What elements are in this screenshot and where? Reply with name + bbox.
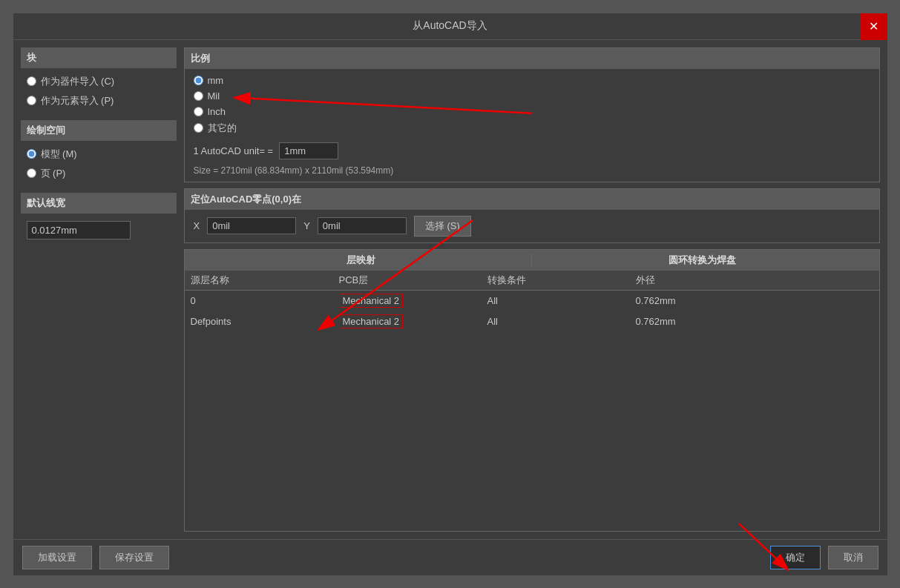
footer: 加载设置 保存设置 确定 取消 xyxy=(13,539,887,575)
col-condition-header: 转换条件 xyxy=(487,274,636,287)
other-option: 其它的 xyxy=(194,122,870,135)
page-radio[interactable] xyxy=(27,168,36,178)
load-settings-button[interactable]: 加载设置 xyxy=(22,546,92,569)
cell-pcb-value: Mechanical 2 xyxy=(339,314,404,328)
cell-outer: 0.762mm xyxy=(636,295,873,306)
cell-outer: 0.762mm xyxy=(636,316,873,327)
origin-header: 定位AutoCAD零点(0,0)在 xyxy=(185,189,879,210)
scale-header: 比例 xyxy=(185,48,879,69)
size-text: Size = 2710mil (68.834mm) x 2110mil (53.… xyxy=(194,165,870,176)
cell-pcb: Mechanical 2 xyxy=(339,314,487,328)
line-width-input[interactable] xyxy=(27,221,131,240)
cell-pcb: Mechanical 2 xyxy=(339,294,487,308)
left-panel: 块 作为器件导入 (C) 作为元素导入 (P) 绘制空间 模型 (M) 页 (P… xyxy=(21,47,177,532)
import-element-label[interactable]: 作为元素导入 (P) xyxy=(41,94,114,108)
select-button[interactable]: 选择 (S) xyxy=(414,216,471,237)
confirm-button[interactable]: 确定 xyxy=(770,546,821,569)
import-as-component-row: 作为器件导入 (C) xyxy=(21,73,177,90)
mm-option: mm xyxy=(194,75,870,86)
line-width-header: 默认线宽 xyxy=(21,193,177,214)
dialog-title: 从AutoCAD导入 xyxy=(413,19,487,33)
other-radio[interactable] xyxy=(194,123,203,133)
layer-header-row: 层映射 圆环转换为焊盘 xyxy=(185,250,879,271)
page-label[interactable]: 页 (P) xyxy=(41,167,66,180)
col-source-header: 源层名称 xyxy=(191,274,339,287)
scale-section: 比例 mm Mil Inch xyxy=(184,47,880,182)
import-component-radio[interactable] xyxy=(27,76,36,86)
page-row: 页 (P) xyxy=(21,165,177,182)
table-header: 源层名称 PCB层 转换条件 外径 xyxy=(185,271,879,291)
scale-body: mm Mil Inch 其它的 1 AutoCAD xyxy=(185,69,879,182)
footer-right: 确定 取消 xyxy=(770,546,878,569)
right-panel: 比例 mm Mil Inch xyxy=(184,47,880,532)
col-outer-header: 外径 xyxy=(636,274,873,287)
x-label: X xyxy=(194,220,200,231)
mil-label[interactable]: Mil xyxy=(208,90,220,102)
col-pcb-header: PCB层 xyxy=(339,274,487,287)
mm-radio[interactable] xyxy=(194,76,203,85)
table-body: 0 Mechanical 2 All 0.762mm Defpoints Mec… xyxy=(185,291,879,332)
block-header: 块 xyxy=(21,47,177,68)
title-bar: 从AutoCAD导入 ✕ xyxy=(13,13,887,40)
origin-section: 定位AutoCAD零点(0,0)在 X Y 选择 (S) xyxy=(184,188,880,243)
footer-left: 加载设置 保存设置 xyxy=(22,546,169,569)
inch-radio[interactable] xyxy=(194,107,203,116)
import-component-label[interactable]: 作为器件导入 (C) xyxy=(41,75,115,88)
y-label: Y xyxy=(303,220,310,231)
origin-body: X Y 选择 (S) xyxy=(185,210,879,242)
table-row[interactable]: Defpoints Mechanical 2 All 0.762mm xyxy=(185,311,879,332)
cell-pcb-value: Mechanical 2 xyxy=(339,294,404,308)
table-row[interactable]: 0 Mechanical 2 All 0.762mm xyxy=(185,291,879,311)
cell-source: 0 xyxy=(191,295,339,306)
save-settings-button[interactable]: 保存设置 xyxy=(99,546,169,569)
close-button[interactable]: ✕ xyxy=(861,13,887,40)
import-element-radio[interactable] xyxy=(27,96,36,105)
cell-condition: All xyxy=(487,295,636,306)
import-as-element-row: 作为元素导入 (P) xyxy=(21,92,177,110)
mil-option: Mil xyxy=(194,90,870,102)
cell-source: Defpoints xyxy=(191,316,339,327)
main-dialog: 从AutoCAD导入 ✕ 块 作为器件导入 (C) 作为元素导入 (P) 绘制空… xyxy=(13,13,888,576)
unit-row: 1 AutoCAD unit= = xyxy=(194,142,870,159)
layer-mapping-section: 层映射 圆环转换为焊盘 源层名称 PCB层 转换条件 外径 0 Mechanic… xyxy=(184,249,880,532)
cell-condition: All xyxy=(487,316,636,327)
model-label[interactable]: 模型 (M) xyxy=(41,148,77,161)
layer-mapping-left-header: 层映射 xyxy=(191,254,532,267)
layer-mapping-right-header: 圆环转换为焊盘 xyxy=(531,254,873,267)
model-row: 模型 (M) xyxy=(21,145,177,163)
unit-value-input[interactable] xyxy=(279,142,338,159)
mil-radio[interactable] xyxy=(194,91,203,101)
mm-label[interactable]: mm xyxy=(208,75,224,86)
y-input[interactable] xyxy=(318,217,407,234)
drawing-space-header: 绘制空间 xyxy=(21,120,177,141)
model-radio[interactable] xyxy=(27,149,36,159)
x-input[interactable] xyxy=(207,217,296,234)
dialog-content: 块 作为器件导入 (C) 作为元素导入 (P) 绘制空间 模型 (M) 页 (P… xyxy=(13,40,887,539)
unit-prefix: 1 AutoCAD unit= = xyxy=(194,145,274,156)
inch-option: Inch xyxy=(194,106,870,117)
other-label[interactable]: 其它的 xyxy=(208,122,237,135)
inch-label[interactable]: Inch xyxy=(208,106,226,117)
cancel-button[interactable]: 取消 xyxy=(828,546,878,569)
